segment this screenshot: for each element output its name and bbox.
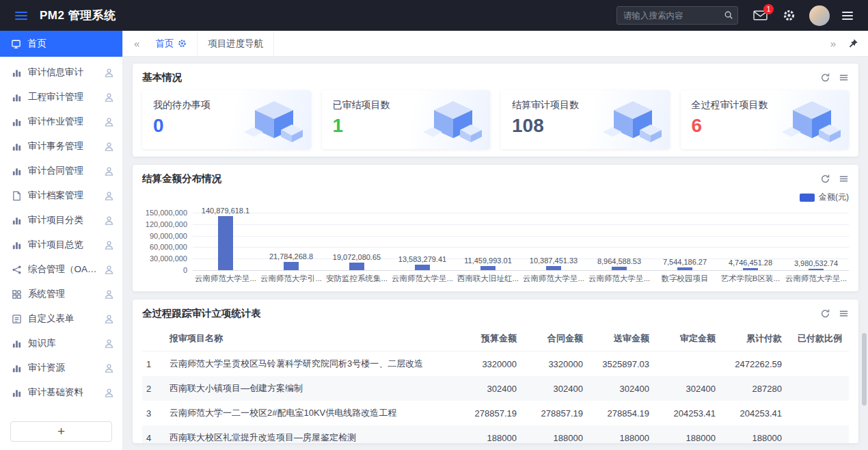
sidebar-item[interactable]: 工程审计管理 [0, 85, 122, 109]
row-index: 4 [142, 425, 163, 443]
legend-label: 金额(元) [819, 191, 849, 203]
refresh-icon[interactable] [820, 308, 830, 319]
table-row[interactable]: 4西南联大校区礼堂提升改造项目—房屋鉴定检测188000188000188000… [142, 425, 849, 443]
share-icon [12, 265, 22, 275]
stat-card[interactable]: 已审结项目数1 [322, 90, 491, 149]
bar[interactable] [743, 268, 758, 270]
table-row[interactable]: 3云南师范大学一二一校区2#配电室10KV供电线路改造工程278857.1927… [142, 401, 849, 425]
sidebar-item[interactable]: 审计事务管理 [0, 134, 122, 159]
stat-card[interactable]: 我的待办事项0 [142, 90, 311, 149]
pin-icon[interactable] [848, 38, 858, 49]
bar[interactable] [480, 266, 496, 270]
card-menu-icon[interactable] [839, 72, 849, 83]
avatar[interactable] [809, 5, 830, 26]
amount-cell: 3320000 [524, 352, 590, 377]
category-label: 云南师范大学引... [258, 274, 324, 284]
amount-cell: 302400 [457, 376, 524, 401]
sidebar-item[interactable]: 审计作业管理 [0, 109, 122, 134]
bar-group[interactable]: 7,544,186.27 [652, 213, 718, 270]
search-icon[interactable] [724, 10, 733, 20]
sidebar-item[interactable]: 审计项目总览 [0, 233, 122, 257]
amount-cell: 287280 [722, 376, 789, 401]
sidebar-item-label: 审计作业管理 [28, 116, 98, 128]
bar-value-label: 13,583,279.41 [398, 255, 446, 263]
settings-gear-icon[interactable] [783, 9, 796, 22]
bar-chart-icon [12, 142, 22, 152]
sidebar-toggle-icon[interactable] [12, 9, 30, 23]
stat-card[interactable]: 全过程审计项目数6 [681, 90, 850, 149]
table-header-row: 报审项目名称预算金额合同金额送审金额审定金额累计付款已付款比例 [142, 326, 849, 352]
category-label: 西南联大旧址红... [455, 274, 521, 284]
refresh-icon[interactable] [820, 174, 830, 184]
bar-group[interactable]: 19,072,080.65 [324, 213, 390, 270]
refresh-icon[interactable] [820, 72, 830, 83]
card-menu-icon[interactable] [839, 174, 849, 184]
sidebar-menu: 审计信息审计工程审计管理审计作业管理审计事务管理审计合同管理审计档案管理审计项目… [0, 57, 122, 416]
sidebar-item[interactable]: 自定义表单 [0, 306, 122, 331]
bar-group[interactable]: 10,387,451.33 [521, 213, 586, 270]
bar-group[interactable]: 140,879,618.1 [193, 213, 258, 270]
sidebar-item[interactable]: 审计基础资料 [0, 380, 122, 405]
sidebar-item[interactable]: 知识库 [0, 331, 122, 356]
table-row[interactable]: 1云南师范大学呈贡校区马铃薯科学研究院同析3号楼一、二层改造3320000332… [142, 352, 849, 377]
bar[interactable] [349, 263, 364, 270]
table-row[interactable]: 2西南联大小镇项目—创建方案编制302400302400302400302400… [142, 376, 849, 401]
sidebar-item[interactable]: 综合管理（OA审批） [0, 257, 122, 282]
person-icon [104, 265, 114, 275]
sidebar-item[interactable]: 审计资源 [0, 356, 122, 380]
bar[interactable] [677, 267, 692, 270]
add-button[interactable]: + [10, 421, 112, 442]
bar[interactable] [546, 266, 561, 270]
bar-group[interactable]: 3,980,532.74 [783, 213, 849, 270]
bar[interactable] [809, 269, 824, 270]
basic-info-card: 基本情况 我的待办事项0已审结项目数1结算审计项目数108全过程审计项目数6 [133, 64, 858, 157]
scrollbar-thumb[interactable] [862, 333, 867, 406]
bar-group[interactable]: 4,746,451.28 [718, 213, 783, 270]
tab[interactable]: 项目进度导航 [198, 31, 274, 56]
bar[interactable] [284, 262, 299, 270]
bar-value-label: 11,459,993.01 [464, 256, 512, 265]
home-icon [11, 39, 21, 49]
bar-group[interactable]: 11,459,993.01 [455, 213, 521, 270]
amount-cell: 302400 [524, 376, 590, 401]
y-tick-label: 60,000,000 [150, 243, 187, 251]
sidebar-item-label: 审计项目总览 [28, 239, 98, 251]
category-label: 云南师范大学呈... [193, 274, 258, 284]
stat-card[interactable]: 结算审计项目数108 [501, 90, 670, 149]
bar-value-label: 4,746,451.28 [729, 259, 772, 267]
bar-group[interactable]: 8,964,588.53 [586, 213, 652, 270]
card-menu-icon[interactable] [839, 308, 849, 319]
bar[interactable] [612, 267, 627, 270]
tabs-scroll-right-icon[interactable]: » [825, 38, 841, 49]
sidebar-item[interactable]: 审计项目分类 [0, 208, 122, 233]
row-index: 1 [142, 352, 163, 377]
tabs-scroll-left-icon[interactable]: « [128, 38, 145, 49]
sidebar-item-label: 审计信息审计 [28, 66, 98, 79]
sidebar-item[interactable]: 审计合同管理 [0, 159, 122, 183]
y-tick-label: 0 [183, 266, 187, 274]
sidebar-item[interactable]: 审计档案管理 [0, 183, 122, 208]
bar-value-label: 21,784,268.8 [269, 252, 313, 261]
more-menu-icon[interactable] [839, 9, 856, 23]
bar-group[interactable]: 21,784,268.8 [258, 213, 324, 270]
sidebar-item-label: 审计合同管理 [28, 165, 98, 177]
bar[interactable] [415, 265, 430, 270]
amount-cell [789, 425, 849, 443]
sidebar-item[interactable]: 系统管理 [0, 282, 122, 306]
bar-chart-icon [12, 166, 22, 176]
stat-label: 结算审计项目数 [512, 99, 659, 111]
sidebar-item-home[interactable]: 首页 [0, 31, 122, 57]
tab-label: 首页 [155, 38, 174, 50]
bar-group[interactable]: 13,583,279.41 [390, 213, 455, 270]
stat-value: 6 [692, 116, 839, 135]
search-input[interactable] [616, 6, 738, 25]
bar[interactable] [218, 216, 233, 270]
tab-settings-icon[interactable] [178, 39, 187, 48]
sidebar-item[interactable]: 审计信息审计 [0, 60, 122, 85]
sidebar-item-label: 系统管理 [28, 288, 98, 300]
chart-legend[interactable]: 金额(元) [142, 191, 849, 203]
tab[interactable]: 首页 [145, 31, 198, 56]
mail-button[interactable]: 1 [753, 10, 768, 21]
amount-cell [789, 352, 849, 377]
bar-value-label: 19,072,080.65 [333, 253, 381, 261]
